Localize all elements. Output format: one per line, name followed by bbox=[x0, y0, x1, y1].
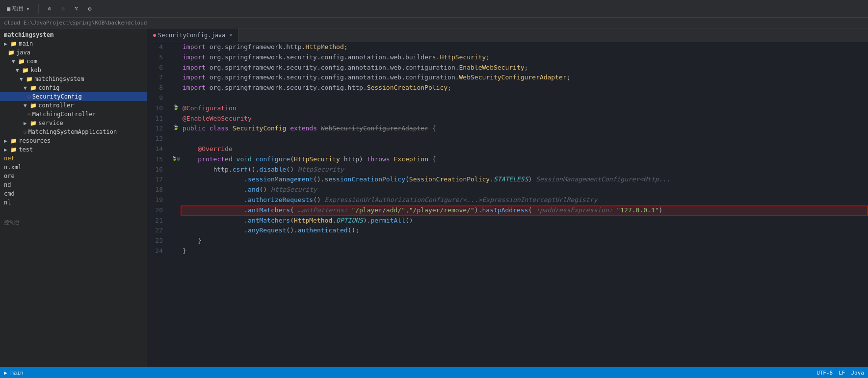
line-gutter bbox=[171, 93, 181, 103]
status-encoding: UTF-8 bbox=[816, 370, 833, 376]
line-content: } bbox=[181, 236, 868, 246]
line-gutter: 🍃@ bbox=[171, 154, 181, 165]
line-gutter bbox=[171, 134, 181, 144]
sidebar-section-matchingsystem: matchingsystem bbox=[0, 28, 147, 39]
sidebar-item-nxml[interactable]: n.xml bbox=[0, 163, 147, 172]
line-gutter bbox=[171, 42, 181, 52]
line-number: 9 bbox=[147, 93, 171, 103]
java-file-icon: ☉ bbox=[27, 111, 31, 118]
folder-icon: ▶ 📁 bbox=[4, 138, 17, 144]
java-file-icon: ☉ bbox=[27, 94, 31, 100]
line-number: 24 bbox=[147, 246, 171, 256]
sidebar-item-main[interactable]: ▶ 📁 main bbox=[0, 39, 147, 48]
line-content: .antMatchers(HttpMethod.OPTIONS).permitA… bbox=[181, 216, 868, 226]
sidebar-item-kob[interactable]: ▼ 📁 kob bbox=[0, 66, 147, 75]
line-number: 6 bbox=[147, 63, 171, 73]
tab-bar: ● SecurityConfig.java × bbox=[147, 28, 868, 42]
line-gutter bbox=[171, 185, 181, 195]
line-number: 12 bbox=[147, 124, 171, 134]
folder-open-icon: ▼ 📁 bbox=[24, 85, 37, 91]
toolbar-btn-3[interactable]: ⌥ bbox=[72, 4, 81, 13]
toolbar-project[interactable]: ■ 项目 ▾ bbox=[4, 3, 32, 14]
editor-area: ● SecurityConfig.java × 4 import org.spr… bbox=[147, 28, 868, 367]
line-gutter bbox=[171, 236, 181, 246]
line-content: public class SecurityConfig extends WebS… bbox=[181, 124, 868, 134]
code-line-4: 4 import org.springframework.http.HttpMe… bbox=[147, 42, 868, 52]
sidebar-item-nl[interactable]: nl bbox=[0, 198, 147, 207]
sidebar-item-matchingsystemapplication[interactable]: ☉ MatchingSystemApplication bbox=[0, 127, 147, 136]
status-right: UTF-8 LF Java bbox=[816, 370, 864, 376]
sidebar-item-cmd[interactable]: cmd bbox=[0, 189, 147, 198]
line-content: protected void configure(HttpSecurity ht… bbox=[181, 154, 868, 165]
sidebar-item-ore[interactable]: ore bbox=[0, 172, 147, 180]
folder-icon: ▶ 📁 bbox=[4, 147, 17, 153]
line-content: import org.springframework.security.conf… bbox=[181, 52, 868, 63]
sidebar-item-java[interactable]: 📁 java bbox=[0, 48, 147, 57]
code-line-19: 19 .authorizeRequests() ExpressionUrlAut… bbox=[147, 195, 868, 205]
toolbar-project-label: 项目 bbox=[12, 4, 24, 13]
sidebar-item-resources[interactable]: ▶ 📁 resources bbox=[0, 136, 147, 145]
sidebar: matchingsystem ▶ 📁 main 📁 java ▼ 📁 com ▼… bbox=[0, 28, 147, 367]
line-number: 21 bbox=[147, 216, 171, 226]
line-gutter: 🍃 bbox=[171, 103, 181, 114]
sidebar-item-com[interactable]: ▼ 📁 com bbox=[0, 57, 147, 66]
tab-close-button[interactable]: × bbox=[229, 32, 232, 38]
line-gutter bbox=[171, 144, 181, 154]
sidebar-item-net[interactable]: net bbox=[0, 154, 147, 163]
toolbar-btn-2[interactable]: ≡ bbox=[58, 4, 68, 13]
sidebar-item-controller[interactable]: ▼ 📁 controller bbox=[0, 101, 147, 110]
sidebar-item-config[interactable]: ▼ 📁 config bbox=[0, 83, 147, 92]
line-gutter bbox=[171, 165, 181, 175]
main-layout: matchingsystem ▶ 📁 main 📁 java ▼ 📁 com ▼… bbox=[0, 28, 868, 367]
tab-securityconfig[interactable]: ● SecurityConfig.java × bbox=[147, 28, 238, 42]
line-gutter bbox=[171, 216, 181, 226]
sidebar-item-test[interactable]: ▶ 📁 test bbox=[0, 145, 147, 154]
sidebar-item-matchingcontroller[interactable]: ☉ MatchingController bbox=[0, 110, 147, 119]
line-number: 14 bbox=[147, 144, 171, 154]
line-number: 4 bbox=[147, 42, 171, 52]
sidebar-item-nd[interactable]: nd bbox=[0, 180, 147, 189]
code-line-14: 14 @Override bbox=[147, 144, 868, 154]
code-container[interactable]: 4 import org.springframework.http.HttpMe… bbox=[147, 42, 868, 367]
line-content: import org.springframework.http.HttpMeth… bbox=[181, 42, 868, 52]
code-line-22: 22 .anyRequest().authenticated(); bbox=[147, 226, 868, 236]
line-gutter bbox=[171, 114, 181, 124]
line-content: @Configuration bbox=[181, 103, 868, 114]
dropdown-icon: ▾ bbox=[26, 5, 29, 12]
folder-open-icon: ▼ 📁 bbox=[12, 58, 25, 65]
path-bar: cloud E:\JavaProject\Spring\KOB\backendc… bbox=[0, 18, 868, 28]
folder-open-icon: ▼ 📁 bbox=[24, 102, 37, 109]
status-line-separator: LF bbox=[839, 370, 845, 376]
code-line-23: 23 } bbox=[147, 236, 868, 246]
status-git: ▶ main bbox=[4, 370, 24, 376]
code-line-24: 24 } bbox=[147, 246, 868, 256]
line-gutter bbox=[171, 226, 181, 236]
toolbar-btn-4[interactable]: ⚙ bbox=[85, 4, 94, 13]
line-number: 20 bbox=[147, 205, 171, 216]
java-file-icon: ☉ bbox=[24, 129, 27, 135]
code-line-10: 10 🍃 @Configuration bbox=[147, 103, 868, 114]
sidebar-item-service[interactable]: ▶ 📁 service bbox=[0, 119, 147, 127]
folder-open-icon: ▼ 📁 bbox=[16, 67, 29, 74]
folder-icon: ▶ 📁 bbox=[4, 41, 17, 47]
code-line-8: 8 import org.springframework.security.co… bbox=[147, 83, 868, 93]
code-line-15: 15 🍃@ protected void configure(HttpSecur… bbox=[147, 154, 868, 165]
code-line-20: 20 .antMatchers( …antPatterns: "/player/… bbox=[147, 205, 868, 216]
code-line-7: 7 import org.springframework.security.co… bbox=[147, 73, 868, 83]
sidebar-item-matchingsystem[interactable]: ▼ 📁 matchingsystem bbox=[0, 75, 147, 83]
line-number: 15 bbox=[147, 154, 171, 165]
toolbar-btn-1[interactable]: ⊕ bbox=[45, 4, 54, 13]
line-number: 22 bbox=[147, 226, 171, 236]
line-number: 5 bbox=[147, 52, 171, 63]
code-line-5: 5 import org.springframework.security.co… bbox=[147, 52, 868, 63]
line-gutter bbox=[171, 175, 181, 185]
sidebar-item-securityconfig[interactable]: ☉ SecurityConfig bbox=[0, 92, 147, 101]
folder-icon: 📁 bbox=[8, 50, 15, 56]
line-number: 16 bbox=[147, 165, 171, 175]
line-content: } bbox=[181, 246, 868, 256]
line-content: import org.springframework.security.conf… bbox=[181, 63, 868, 73]
status-java: Java bbox=[851, 370, 865, 376]
code-line-12: 12 🍃 public class SecurityConfig extends… bbox=[147, 124, 868, 134]
line-content: @EnableWebSecurity bbox=[181, 114, 868, 124]
folder-open-icon: ▼ 📁 bbox=[20, 76, 33, 82]
